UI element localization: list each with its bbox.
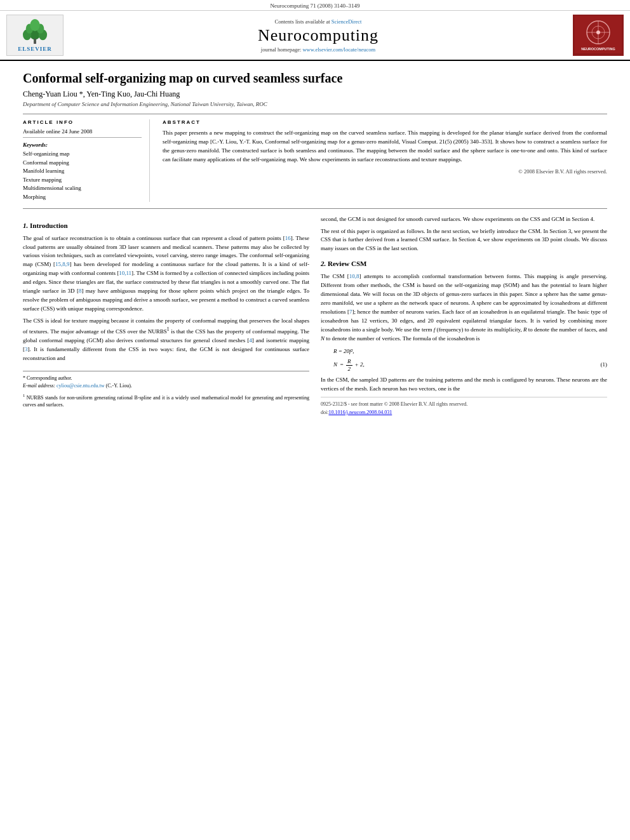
- neurocomputing-logo-text: NEUROCOMPUTING: [573, 15, 624, 56]
- footnote-nurbs: 1 NURBS stands for non-uniform generatin…: [23, 392, 309, 410]
- intro-para-1: The goal of surface reconstruction is to…: [23, 234, 309, 314]
- and-text: and: [57, 355, 65, 361]
- keyword-2: Conformal mapping: [23, 159, 142, 167]
- article-info: ARTICLE INFO Available online 24 June 20…: [23, 119, 150, 202]
- article-info-heading: ARTICLE INFO: [23, 119, 142, 125]
- keyword-3: Manifold learning: [23, 167, 142, 175]
- intro-para-4: The rest of this paper is organized as f…: [321, 227, 607, 254]
- keyword-5: Multidimensional scaling: [23, 184, 142, 192]
- elsevier-logo: ELSEVIER: [6, 15, 64, 56]
- authors-text: Cheng-Yuan Liou *, Yen-Ting Kuo, Jau-Chi…: [23, 90, 180, 98]
- eq-N: N = R 2 + 2, (1): [333, 358, 607, 373]
- review-para-2: In the CSM, the sampled 3D patterns are …: [321, 376, 607, 394]
- keyword-4: Texture mapping: [23, 176, 142, 184]
- main-content: Conformal self-organizing map on curved …: [0, 61, 630, 430]
- journal-citation: Neurocomputing 71 (2008) 3140–3149: [0, 0, 630, 11]
- sciencedirect-link[interactable]: ScienceDirect: [332, 18, 362, 25]
- keyword-1: Self-organizing map: [23, 150, 142, 158]
- svg-point-6: [30, 19, 39, 31]
- abstract-section: ABSTRACT This paper presents a new mappi…: [163, 119, 607, 202]
- math-equations: R = 20f², N = R 2 + 2, (1): [333, 347, 607, 373]
- keywords-label: Keywords:: [23, 142, 142, 148]
- elsevier-tree-icon: [18, 19, 53, 44]
- journal-center-info: Contents lists available at ScienceDirec…: [70, 18, 566, 53]
- info-abstract-section: ARTICLE INFO Available online 24 June 20…: [23, 119, 607, 202]
- footnote-corresponding: * Corresponding author.: [23, 375, 309, 382]
- journal-title: Neurocomputing: [70, 26, 566, 45]
- footnote-email: E-mail address: cyliou@csie.ntu.edu.tw (…: [23, 382, 309, 390]
- abstract-heading: ABSTRACT: [163, 119, 607, 125]
- bottom-bar: 0925-2312/$ - see front matter © 2008 El…: [321, 397, 607, 420]
- divider-2: [23, 208, 607, 209]
- article-title: Conformal self-organizing map on curved …: [23, 71, 607, 86]
- intro-para-2: The CSS is ideal for texture mapping bec…: [23, 317, 309, 363]
- divider-1: [23, 114, 607, 114]
- homepage-line: journal homepage: www.elsevier.com/locat…: [70, 46, 566, 53]
- affiliation: Department of Computer Science and Infor…: [23, 101, 607, 107]
- col-right: second, the GCM is not designed for smoo…: [321, 215, 607, 420]
- eq-R: R = 20f²,: [333, 347, 607, 356]
- section-2-num: 2.: [321, 260, 328, 267]
- bottom-copyright: 0925-2312/$ - see front matter © 2008 El…: [321, 401, 607, 408]
- citation-text: Neurocomputing 71 (2008) 3140–3149: [270, 3, 359, 9]
- review-para-1: The CSM [10,8] attempts to accomplish co…: [321, 272, 607, 343]
- body-columns: 1. Introduction The goal of surface reco…: [23, 215, 607, 420]
- section-1-title: 1. Introduction: [23, 220, 309, 231]
- elsevier-brand-text: ELSEVIER: [18, 46, 52, 52]
- svg-rect-8: [34, 41, 36, 44]
- svg-text:NEUROCOMPUTING: NEUROCOMPUTING: [581, 47, 615, 51]
- neurocomputing-logo: NEUROCOMPUTING: [573, 15, 624, 56]
- svg-point-7: [34, 38, 36, 41]
- available-online: Available online 24 June 2008: [23, 128, 142, 138]
- homepage-link[interactable]: www.elsevier.com/locate/neucom: [302, 46, 375, 53]
- abstract-text: This paper presents a new mapping to con…: [163, 129, 607, 164]
- col-left: 1. Introduction The goal of surface reco…: [23, 215, 309, 420]
- keyword-6: Morphing: [23, 193, 142, 201]
- sciencedirect-line: Contents lists available at ScienceDirec…: [70, 18, 566, 25]
- intro-para-3: second, the GCM is not designed for smoo…: [321, 215, 607, 224]
- section-2-title: 2. Review CSM: [321, 258, 607, 269]
- section-1-num: 1.: [23, 222, 30, 229]
- bottom-doi: doi:10.1016/j.neucom.2008.04.031: [321, 409, 607, 417]
- copyright-line: © 2008 Elsevier B.V. All rights reserved…: [163, 168, 607, 175]
- footnote-area: * Corresponding author. E-mail address: …: [23, 371, 309, 410]
- svg-point-15: [596, 30, 600, 34]
- authors: Cheng-Yuan Liou *, Yen-Ting Kuo, Jau-Chi…: [23, 90, 607, 99]
- journal-header: ELSEVIER Contents lists available at Sci…: [0, 11, 630, 61]
